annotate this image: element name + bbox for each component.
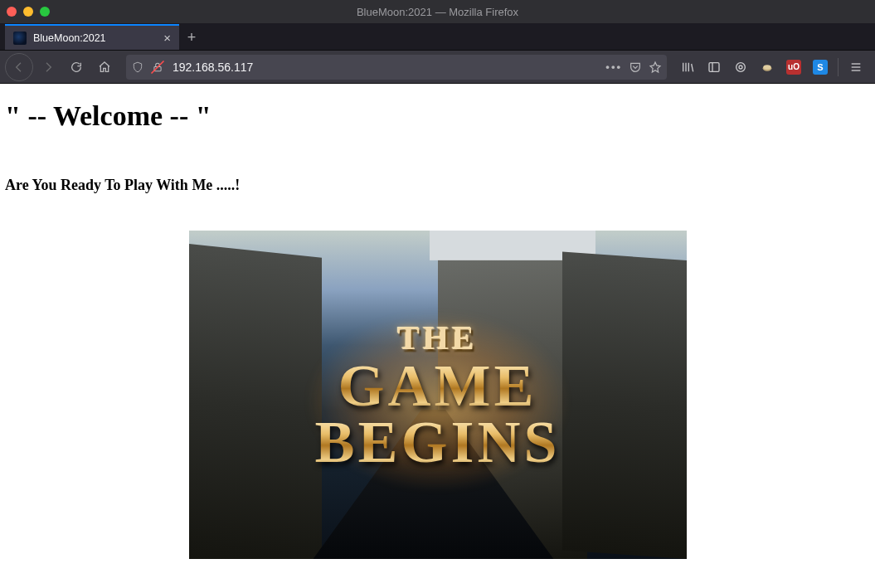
close-window-button[interactable] — [7, 7, 17, 17]
hero-building-right — [562, 252, 687, 559]
hero-title-line1: THE — [314, 318, 560, 357]
tab-close-button[interactable]: × — [163, 32, 171, 44]
page-subheading: Are You Ready To Play With Me .....! — [5, 177, 870, 194]
svg-point-5 — [739, 66, 742, 69]
reload-icon — [70, 61, 83, 74]
tracking-protection-icon[interactable] — [131, 61, 144, 74]
hero-image-container: THE GAME BEGINS — [5, 231, 870, 559]
forward-button[interactable] — [35, 54, 61, 80]
bookmark-button[interactable] — [649, 61, 662, 74]
hero-title: THE GAME BEGINS — [314, 318, 560, 471]
window-title: BlueMoon:2021 — Mozilla Firefox — [0, 6, 875, 18]
navigation-toolbar: 192.168.56.117 ••• uO S — [0, 51, 875, 84]
svg-rect-2 — [709, 62, 719, 71]
insecure-connection-icon[interactable] — [151, 61, 164, 74]
reload-button[interactable] — [63, 54, 90, 80]
url-bar[interactable]: 192.168.56.117 ••• — [126, 55, 667, 80]
hero-image: THE GAME BEGINS — [189, 231, 687, 559]
favicon-icon — [13, 32, 27, 45]
svg-line-1 — [152, 61, 164, 73]
arrow-left-icon — [12, 61, 26, 74]
home-icon — [98, 61, 111, 74]
page-content: " -- Welcome -- " Are You Ready To Play … — [0, 84, 875, 559]
s-extension-button[interactable]: S — [808, 55, 833, 80]
tab-title: BlueMoon:2021 — [33, 32, 157, 44]
hero-building-left — [189, 244, 322, 559]
home-button[interactable] — [91, 54, 118, 80]
minimize-window-button[interactable] — [23, 7, 33, 17]
maximize-window-button[interactable] — [40, 7, 50, 17]
ublock-icon: uO — [786, 60, 801, 75]
extension-icon-2[interactable] — [755, 55, 780, 80]
ublock-extension-button[interactable]: uO — [781, 55, 806, 80]
svg-point-4 — [736, 62, 746, 71]
window-titlebar: BlueMoon:2021 — Mozilla Firefox — [0, 0, 875, 23]
window-controls — [7, 7, 50, 17]
page-actions-button[interactable]: ••• — [605, 61, 622, 73]
new-tab-button[interactable]: + — [179, 25, 204, 50]
hero-title-line3: BEGINS — [314, 415, 560, 471]
svg-point-7 — [763, 65, 770, 69]
s-icon: S — [813, 60, 828, 75]
url-text: 192.168.56.117 — [171, 61, 599, 74]
library-button[interactable] — [675, 55, 700, 80]
tab-active[interactable]: BlueMoon:2021 × — [5, 24, 179, 50]
arrow-right-icon — [41, 61, 55, 74]
back-button[interactable] — [5, 53, 33, 81]
extension-icon-1[interactable] — [728, 55, 753, 80]
hero-title-line2: GAME — [314, 357, 560, 414]
app-menu-button[interactable] — [843, 55, 868, 80]
page-heading: " -- Welcome -- " — [5, 100, 870, 132]
save-to-pocket-button[interactable] — [629, 61, 642, 74]
toolbar-right: uO S — [675, 55, 870, 80]
sidebar-button[interactable] — [702, 55, 727, 80]
tab-strip: BlueMoon:2021 × + — [0, 23, 875, 51]
toolbar-divider — [838, 58, 839, 76]
